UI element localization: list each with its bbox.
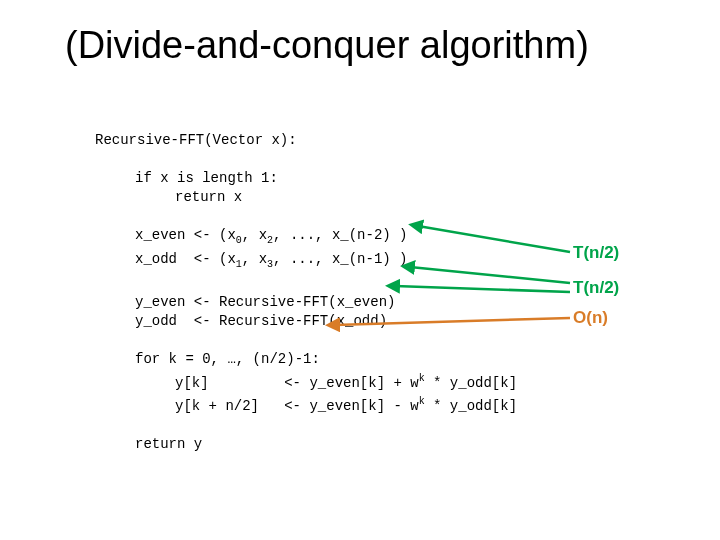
code-return: return y <box>95 435 202 454</box>
annot-on: O(n) <box>573 308 608 328</box>
code-split-odd: x_odd <- (x1, x3, ..., x_(n-1) ) <box>95 250 408 274</box>
slide-title: (Divide-and-conquer algorithm) <box>65 24 675 67</box>
code-for-line2: y[k + n/2] <- y_even[k] - wk * y_odd[k] <box>95 392 517 416</box>
code-rec-odd: y_odd <- Recursive-FFT(x_odd) <box>95 312 387 331</box>
code-block: Recursive-FFT(Vector x): if x is length … <box>95 112 517 473</box>
code-for-head: for k = 0, …, (n/2)-1: <box>95 350 320 369</box>
annot-tn2-b: T(n/2) <box>573 278 619 298</box>
code-base-return: return x <box>95 188 242 207</box>
code-base-if: if x is length 1: <box>95 169 278 188</box>
slide: (Divide-and-conquer algorithm) Recursive… <box>0 0 720 540</box>
code-split-even: x_even <- (x0, x2, ..., x_(n-2) ) <box>95 226 408 250</box>
annot-tn2-a: T(n/2) <box>573 243 619 263</box>
code-signature: Recursive-FFT(Vector x): <box>95 132 297 148</box>
code-rec-even: y_even <- Recursive-FFT(x_even) <box>95 293 395 312</box>
code-for-line1: y[k] <- y_even[k] + wk * y_odd[k] <box>95 369 517 393</box>
